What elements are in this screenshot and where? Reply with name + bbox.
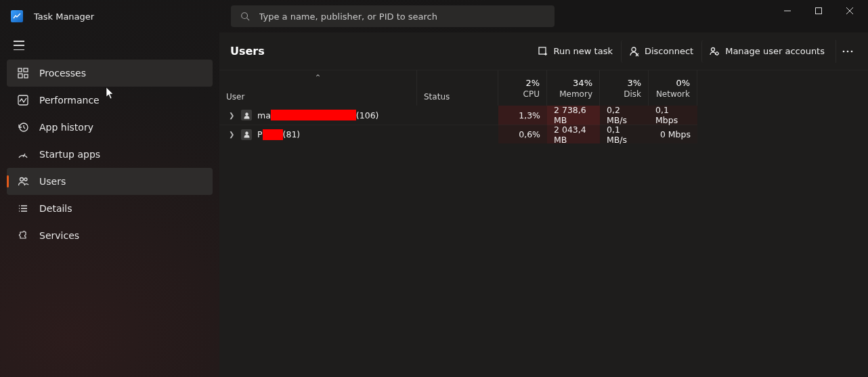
svg-point-28 [716, 52, 718, 55]
svg-point-0 [241, 13, 247, 19]
sidebar-item-details[interactable]: Details [7, 195, 213, 222]
manage-user-accounts-label: Manage user accounts [725, 46, 825, 56]
minimize-button[interactable] [772, 0, 803, 22]
svg-rect-6 [18, 68, 22, 72]
svg-point-27 [712, 47, 715, 51]
user-icon [241, 110, 252, 120]
cell-cpu: 1,3% [498, 106, 547, 125]
cell-network: 0 Mbps [649, 125, 697, 143]
svg-point-24 [632, 47, 636, 51]
activity-icon [16, 93, 30, 107]
user-name: P(81) [257, 129, 300, 140]
more-options-button[interactable] [836, 40, 859, 63]
disconnect-button[interactable]: Disconnect [621, 40, 700, 63]
disconnect-label: Disconnect [645, 46, 693, 56]
redacted-block [271, 110, 356, 120]
column-header-network[interactable]: 0% Network [649, 70, 697, 106]
sort-indicator-icon: ⌃ [314, 73, 321, 83]
sidebar-item-startup-apps[interactable]: Startup apps [7, 141, 213, 168]
run-new-task-button[interactable]: Run new task [531, 40, 620, 63]
svg-rect-7 [24, 68, 28, 72]
chevron-right-icon[interactable]: ❯ [229, 112, 236, 119]
user-name-prefix: ma [257, 110, 271, 120]
svg-rect-9 [24, 74, 28, 78]
sidebar-item-app-history[interactable]: App history [7, 114, 213, 141]
sidebar-item-label: Services [39, 230, 79, 241]
column-network-value: 0% [676, 78, 690, 88]
cell-memory: 2 043,4 MB [547, 125, 600, 143]
column-cpu-value: 2% [525, 78, 540, 88]
user-name-prefix: P [257, 129, 263, 139]
column-disk-value: 3% [627, 78, 641, 88]
redacted-block [263, 129, 283, 140]
disconnect-icon [628, 46, 639, 57]
svg-rect-3 [815, 8, 821, 14]
column-header-disk[interactable]: 3% Disk [600, 70, 649, 106]
svg-point-33 [245, 132, 248, 135]
cell-status [417, 106, 498, 125]
history-icon [16, 120, 30, 134]
search-icon [240, 12, 250, 21]
cell-disk: 0,1 MB/s [600, 125, 649, 143]
grid-icon [16, 66, 30, 80]
table-row[interactable]: ❯ ma (106) 1,3% 2 738,6 MB 0,2 MB/s 0,1 … [219, 106, 868, 125]
column-memory-value: 34% [573, 78, 592, 88]
svg-point-14 [24, 178, 27, 181]
user-name-suffix: (106) [356, 110, 379, 120]
sidebar-item-performance[interactable]: Performance [7, 87, 213, 114]
svg-line-1 [246, 18, 249, 21]
sidebar-item-label: Users [39, 176, 66, 187]
users-table: ⌃ User Status 2% CPU 34% Memory [219, 70, 868, 143]
column-network-label: Network [656, 89, 690, 99]
ellipsis-icon [842, 50, 853, 53]
sidebar-item-label: Startup apps [39, 149, 100, 160]
users-icon [16, 175, 30, 188]
hamburger-menu-button[interactable] [14, 41, 26, 50]
window-controls [772, 0, 865, 32]
table-header: ⌃ User Status 2% CPU 34% Memory [219, 70, 868, 106]
table-row[interactable]: ❯ P(81) 0,6% 2 043,4 MB 0,1 MB/s 0 Mbps [219, 125, 868, 143]
cell-network: 0,1 Mbps [649, 106, 697, 125]
chevron-right-icon[interactable]: ❯ [229, 131, 236, 138]
main-panel: Users Run new task Disconnect Manage use… [219, 32, 868, 377]
column-memory-label: Memory [559, 89, 592, 99]
user-name: ma (106) [257, 110, 378, 120]
sidebar-item-label: App history [39, 122, 93, 133]
sidebar-item-services[interactable]: Services [7, 222, 213, 249]
cell-memory: 2 738,6 MB [547, 106, 600, 125]
app-icon [11, 10, 23, 22]
column-header-cpu[interactable]: 2% CPU [498, 70, 547, 106]
run-new-task-label: Run new task [554, 46, 613, 56]
maximize-button[interactable] [803, 0, 834, 22]
user-name-suffix: (81) [283, 129, 301, 139]
app-title: Task Manager [34, 12, 94, 22]
gauge-icon [16, 148, 30, 161]
column-status-label: Status [424, 92, 491, 102]
search-input[interactable] [259, 12, 545, 22]
page-title: Users [230, 45, 265, 58]
sidebar: Processes Performance App history Startu… [0, 32, 219, 377]
svg-point-31 [850, 50, 852, 52]
svg-point-29 [842, 50, 844, 52]
svg-point-30 [846, 50, 848, 52]
cell-status [417, 125, 498, 143]
svg-point-32 [245, 112, 248, 115]
column-cpu-label: CPU [523, 89, 540, 99]
puzzle-icon [16, 229, 30, 242]
column-header-user[interactable]: ⌃ User [219, 70, 417, 106]
svg-rect-8 [18, 74, 22, 78]
sidebar-item-label: Performance [39, 95, 100, 106]
user-icon [241, 129, 252, 140]
column-header-status[interactable]: Status [417, 70, 498, 106]
manage-user-accounts-button[interactable]: Manage user accounts [701, 40, 831, 63]
column-header-memory[interactable]: 34% Memory [547, 70, 600, 106]
list-icon [16, 202, 30, 215]
search-box[interactable] [231, 5, 555, 27]
close-button[interactable] [834, 0, 865, 22]
sidebar-item-users[interactable]: Users [7, 168, 213, 195]
cell-cpu: 0,6% [498, 125, 547, 143]
sidebar-item-processes[interactable]: Processes [7, 60, 213, 87]
column-user-label: User [226, 92, 410, 102]
svg-point-13 [20, 178, 24, 181]
column-disk-label: Disk [624, 89, 641, 99]
